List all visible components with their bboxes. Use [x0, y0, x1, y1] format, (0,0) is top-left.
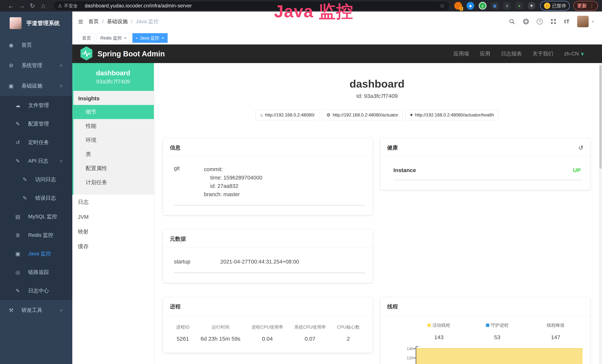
screen: ← → ↻ ⌂ ⚠ 不安全 dashboard.yudao.iocoder.cn… [0, 0, 602, 364]
sidebar-item-tracing[interactable]: ◎ 链路追踪 [0, 263, 72, 281]
row-divider [393, 180, 582, 181]
sidebar-item-access-logs[interactable]: ✎ 访问日志 [0, 170, 72, 189]
sba-brand-title[interactable]: Spring Boot Admin [97, 50, 165, 58]
brand-title: 芋道管理系统 [26, 20, 60, 27]
sba-nav-journal[interactable]: 日志报表 [501, 50, 522, 57]
font-size-icon[interactable]: tT [564, 18, 570, 25]
legend-peak-threads: 线程峰值 147 [526, 322, 585, 341]
sidebar-item-mysql-monitor[interactable]: ▤ MySQL 监控 [0, 207, 72, 226]
help-icon[interactable]: ? [537, 19, 543, 24]
metadata-value: 2021-04-27T00:44:31.254+08:00 [220, 259, 299, 265]
search-icon[interactable] [509, 18, 515, 25]
profile-avatar-emoji: ☺ [544, 3, 550, 9]
brand-area[interactable]: 芋道管理系统 [0, 11, 72, 35]
sba-logo-icon [80, 46, 93, 62]
close-icon[interactable]: × [124, 35, 127, 41]
sba-nav-wall[interactable]: 应用墙 [453, 50, 469, 57]
annotation-text: Java 监控 [274, 0, 353, 23]
sba-menu-scheduled-tasks[interactable]: 计划任务 [74, 175, 154, 190]
chrome-update-button[interactable]: 更新 ⋮ [573, 1, 598, 11]
breadcrumb-home[interactable]: 首页 [88, 18, 99, 25]
sidebar-item-config[interactable]: ✎ 配置管理 [0, 115, 72, 133]
sba-instance-header[interactable]: dashboard 93a3fc7f7409 [72, 63, 154, 91]
sidebar-item-dev-tools[interactable]: ⚒ 研发工具 ∨ [0, 300, 72, 321]
metadata-key: startup [174, 259, 220, 265]
breadcrumb: 首页 / 基础设施 / Java 监控 [88, 18, 159, 25]
yellow-swatch [428, 324, 431, 327]
sba-menu-logs[interactable]: 日志 [72, 195, 154, 210]
y-tick-120: 120 [386, 356, 413, 361]
process-pid: 进程ID 5261 [176, 324, 190, 342]
scrollbar-thumb[interactable] [599, 65, 602, 169]
sidebar-item-api-logs[interactable]: ✎ API 日志 ∧ [0, 152, 72, 170]
scrollbar-track[interactable] [599, 63, 602, 364]
tab-java-monitor[interactable]: ● Java 监控 × [132, 33, 168, 43]
insights-section-label: Insights [74, 91, 154, 105]
sba-nav-applications[interactable]: 应用 [480, 50, 490, 57]
sba-navbar: Spring Boot Admin 应用墙 应用 日志报表 关于我们 zh-CN… [72, 44, 602, 63]
sidebar-item-error-logs[interactable]: ✎ 错误日志 [0, 189, 72, 207]
row-divider [174, 205, 365, 206]
sba-menu-jvm[interactable]: JVM [72, 210, 154, 224]
github-icon[interactable] [523, 18, 529, 25]
threads-card: 线程 活动线程 143 守护进程 53 [380, 298, 590, 364]
browser-menu-icon[interactable]: ⋮ [589, 3, 594, 9]
bookmark-star-icon[interactable]: ☆ [440, 2, 445, 9]
avatar-caret-icon[interactable]: ▾ [592, 19, 594, 24]
sba-menu-mappings[interactable]: 映射 [72, 224, 154, 239]
browser-home-button[interactable]: ⌂ [38, 2, 49, 10]
sidebar-item-scheduled-jobs[interactable]: ↺ 定时任务 [0, 133, 72, 152]
legend-live-threads: 活动线程 143 [410, 322, 468, 341]
sba-menu-classes[interactable]: 类 [74, 147, 154, 161]
fullscreen-icon[interactable] [550, 18, 557, 25]
info-key: git [171, 165, 204, 199]
chevron-down-icon: ∨ [60, 308, 63, 313]
sidebar-item-infra[interactable]: ▣ 基础设施 ∧ [0, 76, 72, 96]
info-value: commit: time: 1596289704000 id: 27aa832 … [204, 165, 262, 199]
system-cpu: 系统CPU使用率 0.07 [294, 324, 326, 342]
sidebar-item-home[interactable]: ◉ 首页 [0, 35, 72, 55]
sidebar-item-log-center[interactable]: ✎ 日志中心 [0, 281, 72, 300]
browser-forward-button[interactable]: → [16, 2, 27, 10]
pin-extension-icon[interactable]: ◆ [466, 2, 474, 10]
sidebar-collapse-icon[interactable]: ≡ [72, 17, 88, 27]
sba-menu-metrics[interactable]: 性能 [74, 119, 154, 133]
tab-home[interactable]: 首页 [79, 33, 95, 43]
tab-redis-monitor[interactable]: Redis 监控 × [97, 33, 130, 43]
browser-back-button[interactable]: ← [6, 2, 16, 10]
sba-locale-select[interactable]: zh-CN ∨ [564, 51, 584, 57]
breadcrumb-infra[interactable]: 基础设施 [107, 18, 128, 25]
sba-menu-config-props[interactable]: 配置属性 [74, 161, 154, 175]
colorzilla-extension-icon[interactable]: 1 [454, 2, 462, 10]
home-icon: ⌂ [260, 112, 263, 118]
log-icon: ✎ [22, 195, 28, 201]
sidebar-item-files[interactable]: ☁ 文件管理 [0, 96, 72, 115]
sidebar-item-redis-monitor[interactable]: ≣ Redis 监控 [0, 226, 72, 244]
switch-extension-icon[interactable]: ≣ [503, 2, 511, 10]
user-avatar[interactable] [577, 16, 589, 27]
timer-icon: ↺ [14, 139, 21, 146]
profile-paused-chip[interactable]: ☺ 已暂停 [540, 1, 570, 11]
sba-menu-caches[interactable]: 缓存 [72, 239, 154, 254]
sidebar-item-system[interactable]: ⚙ 系统管理 ∨ [0, 55, 72, 76]
history-icon[interactable]: ↺ [578, 144, 583, 151]
row-divider [174, 272, 365, 273]
health-url-button[interactable]: ♥ http://192.168.0.2:48080/actuator/heal… [406, 110, 499, 120]
close-icon[interactable]: × [161, 35, 164, 41]
extensions-puzzle-icon[interactable]: ✚ [528, 2, 536, 10]
sidebar-item-java-monitor[interactable]: ▣ Java 监控 [0, 244, 72, 263]
threads-chart: 140 120 100 [386, 345, 585, 364]
sba-menu-environment[interactable]: 环境 [74, 133, 154, 147]
actuator-url-button[interactable]: ⚙ http://192.168.0.2:48080/actuator [322, 110, 403, 120]
grid-extension-icon[interactable]: ▦ [491, 2, 499, 10]
browser-reload-button[interactable]: ↻ [27, 2, 38, 10]
address-bar[interactable]: ⚠ 不安全 dashboard.yudao.iocoder.cn/infra/a… [54, 1, 449, 10]
service-url-button[interactable]: ⌂ http://192.168.0.2:48080/ [256, 110, 319, 120]
y-extension-icon[interactable]: y [479, 2, 486, 10]
extension-badge: 1 [460, 7, 463, 11]
cloud-upload-icon: ☁ [14, 102, 21, 108]
sba-menu-details[interactable]: 细节 [72, 105, 154, 119]
sba-nav-about[interactable]: 关于我们 [532, 50, 553, 57]
leaf-extension-icon[interactable]: ● [516, 2, 523, 10]
instance-links: ⌂ http://192.168.0.2:48080/ ⚙ http://192… [163, 110, 591, 120]
